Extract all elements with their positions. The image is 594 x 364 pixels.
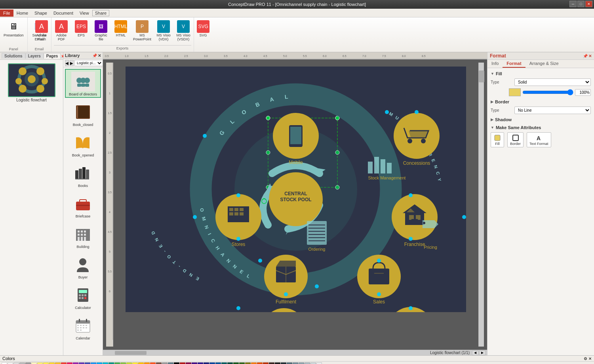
lib-item-book-closed[interactable]: Book_closed (65, 99, 101, 128)
color-swatch-52[interactable] (310, 362, 316, 364)
colors-config-icon[interactable]: ⚙ (584, 356, 587, 361)
color-swatch-37[interactable] (221, 362, 227, 364)
color-swatch-31[interactable] (186, 362, 191, 364)
fill-section-title[interactable]: ▼ Fill (491, 71, 591, 76)
color-swatch-4[interactable] (25, 362, 31, 364)
color-swatch-33[interactable] (198, 362, 203, 364)
color-swatch-46[interactable] (275, 362, 280, 364)
maximize-button[interactable]: □ (577, 1, 584, 7)
scrollbar-horizontal[interactable]: Logistic flowchart (1/1) ◀ ▶ (103, 350, 487, 355)
btn-ms-ppt[interactable]: P MSPowerPoint (131, 19, 153, 42)
color-swatch-23[interactable] (138, 362, 144, 364)
menu-shape[interactable]: Shape (31, 10, 50, 17)
color-swatch-21[interactable] (126, 362, 132, 364)
lib-item-calendar[interactable]: Calendar (65, 313, 101, 342)
color-swatch-17[interactable] (103, 362, 108, 364)
btn-graphic[interactable]: 🖼 Graphicfile (91, 19, 110, 42)
tab-info[interactable]: Info (487, 60, 503, 68)
color-swatch-13[interactable] (79, 362, 84, 364)
btn-make-same-text-format[interactable]: A Text Format (527, 132, 551, 147)
lib-item-book-opened[interactable]: Book_opened (65, 130, 101, 159)
color-swatch-29[interactable] (174, 362, 179, 364)
color-swatch-25[interactable] (150, 362, 156, 364)
color-swatch-9[interactable] (55, 362, 61, 364)
btn-eps[interactable]: EPS EPS (72, 19, 91, 42)
menu-file[interactable]: File (0, 10, 13, 17)
menu-share[interactable]: Share (92, 10, 109, 16)
color-swatch-3[interactable] (19, 362, 25, 364)
color-swatch-15[interactable] (91, 362, 96, 364)
color-swatch-12[interactable] (73, 362, 78, 364)
color-swatch-40[interactable] (239, 362, 245, 364)
shadow-section-title[interactable]: ▶ Shadow (491, 117, 591, 122)
scrollbar-thumb-v[interactable] (479, 71, 484, 82)
close-button[interactable]: ✕ (585, 1, 592, 7)
lib-nav-forward[interactable]: ▶ (70, 60, 74, 66)
format-pin-icon[interactable]: 📌 (583, 54, 588, 58)
color-swatch-22[interactable] (132, 362, 138, 364)
scrollbar-thumb-h[interactable] (115, 351, 147, 355)
tab-arrange-size[interactable]: Arrange & Size (525, 60, 563, 68)
fill-color-swatch[interactable] (509, 88, 521, 96)
fill-type-select[interactable]: Solid Gradient None (514, 78, 591, 86)
color-swatch-47[interactable] (281, 362, 286, 364)
tab-solutions[interactable]: Solutions (2, 53, 25, 59)
canvas-scroll[interactable]: 0.5 1 1.5 2 2.5 3 3.5 4 4.5 5 5.5 6 (103, 59, 487, 350)
lib-item-board-of-directors[interactable]: Board of directors (65, 69, 101, 98)
library-pin-icon[interactable]: 📌 (92, 53, 97, 58)
color-swatch-24[interactable] (144, 362, 150, 364)
color-swatch-2[interactable] (13, 362, 19, 364)
make-same-section-title[interactable]: ▼ Make Same Attributes (491, 125, 591, 130)
color-swatch-20[interactable] (120, 362, 126, 364)
fill-opacity-input[interactable] (575, 89, 591, 96)
color-swatch-5[interactable] (31, 362, 37, 364)
border-type-select[interactable]: No Line Solid Dashed (514, 107, 591, 114)
btn-presentation[interactable]: 🖥 Presentation (2, 19, 26, 38)
menu-home[interactable]: Home (13, 10, 31, 17)
border-section-title[interactable]: ▶ Border (491, 99, 591, 104)
lib-item-calculator[interactable]: Calculator (65, 282, 101, 311)
color-swatch-6[interactable] (37, 362, 43, 364)
scrollbar-vertical[interactable] (478, 63, 484, 347)
menu-document[interactable]: Document (50, 10, 76, 17)
minimize-button[interactable]: ─ (569, 1, 577, 7)
tab-format[interactable]: Format (503, 60, 525, 68)
color-swatch-44[interactable] (263, 362, 268, 364)
color-swatch-16[interactable] (97, 362, 102, 364)
btn-adobe-pdf[interactable]: A AdobePDF (52, 19, 71, 42)
color-swatch-1[interactable] (8, 362, 13, 364)
tab-layers[interactable]: Layers (25, 53, 44, 59)
format-close-icon[interactable]: ✕ (588, 54, 592, 58)
colors-close-icon[interactable]: ✕ (588, 356, 592, 361)
color-swatch-41[interactable] (245, 362, 251, 364)
color-swatch-53[interactable] (316, 362, 322, 364)
library-close-icon[interactable]: ✕ (98, 53, 101, 58)
color-swatch-38[interactable] (227, 362, 233, 364)
lib-nav-back[interactable]: ◀ (65, 60, 69, 66)
color-swatch-7[interactable] (43, 362, 49, 364)
color-swatch-42[interactable] (251, 362, 257, 364)
color-swatch-43[interactable] (257, 362, 263, 364)
btn-ms-visio-vdx[interactable]: V MS Visio(VDX) (154, 19, 173, 42)
btn-make-same-fill[interactable]: Fill (491, 132, 504, 147)
color-swatch-34[interactable] (204, 362, 209, 364)
color-swatch-50[interactable] (299, 362, 304, 364)
lib-item-building[interactable]: Building (65, 221, 101, 250)
page-next-btn[interactable]: ▶ (479, 351, 485, 355)
tab-pages[interactable]: Pages (44, 53, 61, 59)
color-swatch-48[interactable] (287, 362, 292, 364)
color-swatch-27[interactable] (162, 362, 168, 364)
lib-item-books[interactable]: Books (65, 160, 101, 189)
btn-html[interactable]: HTML HTML (111, 19, 130, 42)
menu-view[interactable]: View (76, 10, 92, 17)
color-swatch-18[interactable] (109, 362, 114, 364)
btn-make-same-border[interactable]: Border (507, 132, 524, 147)
color-swatch-39[interactable] (233, 362, 239, 364)
color-swatch-26[interactable] (156, 362, 162, 364)
color-swatch-14[interactable] (85, 362, 90, 364)
btn-svg[interactable]: SVG SVG (194, 19, 213, 42)
lib-item-buyer[interactable]: Buyer (65, 252, 101, 281)
color-swatch-19[interactable] (114, 362, 120, 364)
color-swatch-36[interactable] (215, 362, 221, 364)
color-swatch-8[interactable] (49, 362, 55, 364)
